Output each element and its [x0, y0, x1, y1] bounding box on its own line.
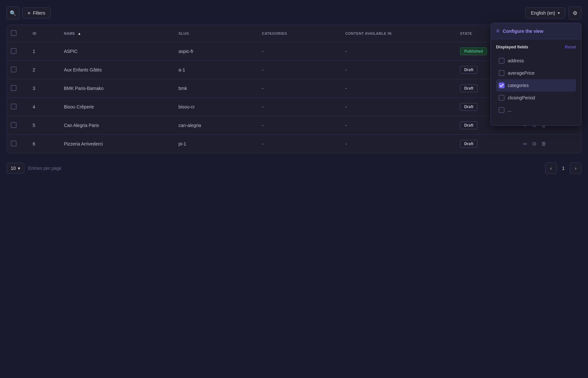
select-all-checkbox[interactable]	[11, 30, 17, 36]
config-fields-row: Displayed fields Reset	[496, 44, 576, 49]
search-button[interactable]: 🔍	[6, 6, 19, 19]
col-header-name[interactable]: NAME ▲	[60, 25, 175, 42]
row-actions-cell: ✏ ⧉ 🗑	[518, 135, 581, 153]
dropdown-icon: ▾	[558, 11, 560, 15]
row-content-available: -	[341, 135, 456, 153]
reset-button[interactable]: Reset	[565, 44, 576, 49]
row-categories: -	[258, 61, 341, 79]
row-content-available: -	[341, 61, 456, 79]
status-badge: Draft	[460, 84, 478, 92]
field-categories[interactable]: categories	[496, 79, 576, 92]
row-slug: can-alegria	[175, 116, 258, 135]
row-select-cell	[7, 135, 29, 153]
row-name: Bisou Crêperie	[60, 98, 175, 116]
row-actions: ✏ ⧉ 🗑	[522, 140, 577, 148]
entries-per-page-label: Entries per page	[28, 166, 62, 171]
field-average-price-label: averagePrice	[508, 70, 535, 76]
row-checkbox[interactable]	[11, 104, 17, 109]
row-id: 4	[29, 98, 60, 116]
row-select-cell	[7, 61, 29, 79]
row-select-cell	[7, 98, 29, 116]
status-badge: Draft	[460, 140, 478, 148]
row-content-available: -	[341, 42, 456, 61]
edit-button[interactable]: ✏	[522, 140, 528, 148]
status-badge: Draft	[460, 103, 478, 111]
more-checkbox[interactable]	[499, 107, 505, 113]
row-name: Can Alegria Paris	[60, 116, 175, 135]
row-slug: a-1	[175, 61, 258, 79]
row-slug: bisou-cr	[175, 98, 258, 116]
gear-icon: ⚙	[573, 10, 577, 16]
duplicate-button[interactable]: ⧉	[532, 140, 537, 147]
field-more[interactable]: ...	[496, 104, 576, 116]
settings-button[interactable]: ⚙	[569, 6, 582, 19]
field-address-label: address	[508, 58, 524, 63]
header-select-all[interactable]	[7, 25, 29, 42]
status-badge: Draft	[460, 121, 478, 129]
next-page-button[interactable]: ›	[570, 162, 582, 174]
row-id: 2	[29, 61, 60, 79]
row-content-available: -	[341, 98, 456, 116]
delete-button[interactable]: 🗑	[541, 140, 547, 147]
row-checkbox[interactable]	[11, 67, 17, 72]
displayed-fields-label: Displayed fields	[496, 44, 528, 49]
row-select-cell	[7, 42, 29, 61]
language-label: English (en)	[531, 10, 555, 16]
row-checkbox[interactable]	[11, 141, 17, 146]
row-categories: -	[258, 116, 341, 135]
sliders-icon: ≡	[496, 28, 500, 34]
filter-icon: ≡	[28, 10, 30, 16]
row-categories: -	[258, 98, 341, 116]
row-checkbox[interactable]	[11, 85, 17, 91]
sort-arrow-name: ▲	[78, 32, 81, 35]
row-content-available: -	[341, 116, 456, 135]
pagination-controls: ‹ 1 ›	[545, 162, 582, 174]
prev-icon: ‹	[550, 166, 552, 171]
row-slug: aspic-fr	[175, 42, 258, 61]
row-id: 5	[29, 116, 60, 135]
row-select-cell	[7, 116, 29, 135]
per-page-value: 10	[11, 166, 16, 171]
current-page: 1	[559, 166, 567, 171]
row-name: ASPIC	[60, 42, 175, 61]
address-checkbox[interactable]	[499, 58, 505, 64]
row-slug: bmk	[175, 79, 258, 98]
col-header-id: ID	[29, 25, 60, 42]
row-id: 1	[29, 42, 60, 61]
col-header-content-available: CONTENT AVAILABLE IN	[341, 25, 456, 42]
field-closing-period[interactable]: closingPeriod	[496, 92, 576, 104]
status-badge: Published	[460, 47, 487, 55]
row-name: BMK Paris-Bamako	[60, 79, 175, 98]
row-categories: -	[258, 79, 341, 98]
config-panel-title: Configure the view	[503, 29, 543, 34]
row-categories: -	[258, 42, 341, 61]
filters-button[interactable]: ≡ Filters	[22, 7, 51, 19]
language-dropdown[interactable]: English (en) ▾	[525, 7, 565, 19]
filters-label: Filters	[33, 10, 45, 16]
field-average-price[interactable]: averagePrice	[496, 67, 576, 79]
configure-view-panel: ≡ Configure the view Displayed fields Re…	[491, 23, 582, 126]
field-more-label: ...	[508, 107, 512, 113]
row-id: 6	[29, 135, 60, 153]
field-more-partial: ...	[496, 104, 576, 120]
next-icon: ›	[575, 166, 577, 171]
categories-checkbox[interactable]	[499, 82, 505, 88]
table-row: 6 Pizzeria Arrivederci pi-1 - - Draft ✏ …	[7, 135, 581, 153]
closing-period-checkbox[interactable]	[499, 95, 505, 101]
field-categories-label: categories	[508, 83, 529, 88]
row-state: Draft	[456, 135, 519, 153]
search-icon: 🔍	[10, 10, 16, 16]
average-price-checkbox[interactable]	[499, 70, 505, 76]
row-checkbox[interactable]	[11, 48, 17, 54]
field-closing-period-label: closingPeriod	[508, 95, 535, 100]
field-address[interactable]: address	[496, 55, 576, 67]
config-panel-header: ≡ Configure the view	[491, 23, 581, 39]
row-id: 3	[29, 79, 60, 98]
per-page-dropdown[interactable]: 10 ▾	[6, 163, 24, 174]
row-checkbox[interactable]	[11, 122, 17, 128]
prev-page-button[interactable]: ‹	[545, 162, 557, 174]
col-header-categories: CATEGORIES	[258, 25, 341, 42]
config-panel-body: Displayed fields Reset address averagePr…	[491, 39, 581, 125]
row-name: Aux Enfants Gâtés	[60, 61, 175, 79]
row-categories: -	[258, 135, 341, 153]
